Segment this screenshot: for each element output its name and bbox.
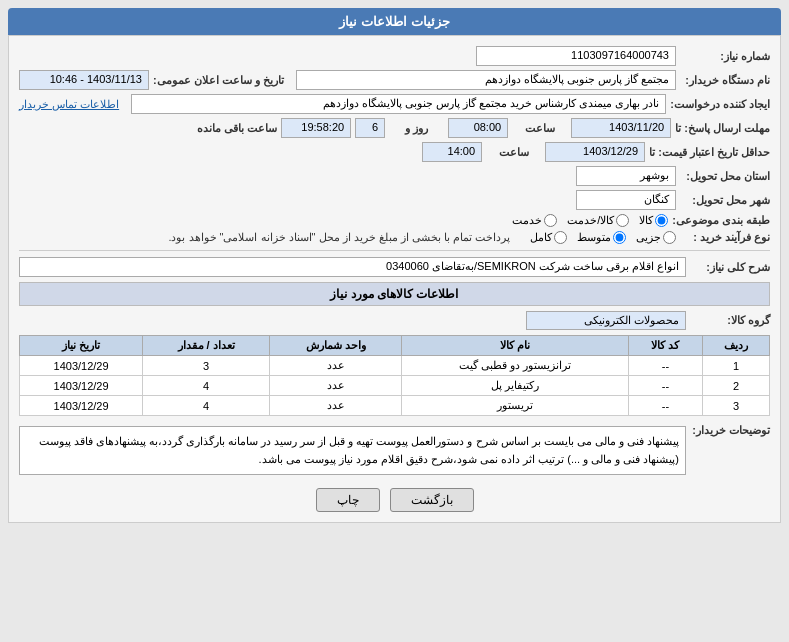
cell-unit: عدد <box>270 396 402 416</box>
cell-date: 1403/12/29 <box>20 396 143 416</box>
page-header: جزئیات اطلاعات نیاز <box>8 8 781 35</box>
ijad-konande-row: ایجاد کننده درخواست: نادر بهاری میمندی ک… <box>19 94 770 114</box>
table-row: 3 -- تریستور عدد 4 1403/12/29 <box>20 396 770 416</box>
cell-unit: عدد <box>270 376 402 396</box>
noe-farayand-radio-group: جزیی متوسط کامل <box>530 231 676 244</box>
shahr-value: کنگان <box>576 190 676 210</box>
buttons-row: بازگشت چاپ <box>19 488 770 512</box>
shomare-niaz-label: شماره نیاز: <box>680 50 770 63</box>
ettelaat-tamas-link[interactable]: اطلاعات تماس خریدار <box>19 98 119 111</box>
tabaqe-option-kala-khedmat[interactable]: کالا/خدمت <box>567 214 629 227</box>
cell-code: -- <box>628 356 702 376</box>
tabaqe-radio-group: کالا کالا/خدمت خدمت <box>512 214 668 227</box>
tarikh-ersal-saat: 08:00 <box>448 118 508 138</box>
notes-row: توضیحات خریدار: پیشنهاد فنی و مالی می با… <box>19 421 770 480</box>
ijad-konande-label: ایجاد کننده درخواست: <box>670 98 770 111</box>
cell-count: 4 <box>143 376 270 396</box>
tabaqe-option-khedmat[interactable]: خدمت <box>512 214 557 227</box>
nam-dastgah-label: نام دستگاه خریدار: <box>680 74 770 87</box>
etebar-row: حداقل تاریخ اعتبار قیمت: تا 1403/12/29 س… <box>19 142 770 162</box>
tarikh-etebar-date: 1403/12/29 <box>545 142 645 162</box>
sharh-kolli-value: انواع اقلام برقی ساخت شرکت SEMIKRON/به‌ت… <box>19 257 686 277</box>
tabaqe-label: طبقه بندی موضوعی: <box>672 214 770 227</box>
kala-table: ردیف کد کالا نام کالا واحد شمارش تعداد /… <box>19 335 770 416</box>
noe-farayand-option-jozi[interactable]: جزیی <box>636 231 676 244</box>
cell-code: -- <box>628 376 702 396</box>
tabaqe-row: طبقه بندی موضوعی: کالا کالا/خدمت خدمت <box>19 214 770 227</box>
tabaqe-option-kala[interactable]: کالا <box>639 214 668 227</box>
cell-name: تریستور <box>402 396 628 416</box>
back-button[interactable]: بازگشت <box>390 488 474 512</box>
ostan-value: بوشهر <box>576 166 676 186</box>
cell-date: 1403/12/29 <box>20 376 143 396</box>
notes-box: پیشنهاد فنی و مالی می بایست بر اساس شرح … <box>19 426 686 475</box>
cell-radif: 3 <box>703 396 770 416</box>
ettelaat-kala-title: اطلاعات کالاهای مورد نیاز <box>19 282 770 306</box>
grohe-kala-label: گروه کالا: <box>690 314 770 327</box>
tarikh-ersal-date: 1403/11/20 <box>571 118 671 138</box>
cell-radif: 1 <box>703 356 770 376</box>
shahr-row: شهر محل تحویل: کنگان <box>19 190 770 210</box>
sharh-kolli-label: شرح کلی نیاز: <box>690 261 770 274</box>
tarikh-ersal-mande: 19:58:20 <box>281 118 351 138</box>
roz-label: روز و <box>389 122 444 135</box>
cell-count: 3 <box>143 356 270 376</box>
tarikh-ersal-label: مهلت ارسال پاسخ: تا <box>675 122 770 135</box>
col-name: نام کالا <box>402 336 628 356</box>
cell-name: ترانزیستور دو قطبی گیت <box>402 356 628 376</box>
cell-count: 4 <box>143 396 270 416</box>
col-date: تاریخ نیاز <box>20 336 143 356</box>
cell-code: -- <box>628 396 702 416</box>
noe-farayand-row: نوع فرآیند خرید : جزیی متوسط کامل پرداخت… <box>19 231 770 244</box>
moehlat-ersal-row: مهلت ارسال پاسخ: تا 1403/11/20 ساعت 08:0… <box>19 118 770 138</box>
page-title: جزئیات اطلاعات نیاز <box>339 14 449 29</box>
col-unit: واحد شمارش <box>270 336 402 356</box>
ostan-label: استان محل تحویل: <box>680 170 770 183</box>
shomare-niaz-row: شماره نیاز: 1103097164000743 <box>19 46 770 66</box>
ostan-row: استان محل تحویل: بوشهر <box>19 166 770 186</box>
mande-label: ساعت باقی مانده <box>197 122 277 135</box>
ijad-konande-value: نادر بهاری میمندی کارشناس خرید مجتمع گاز… <box>131 94 666 114</box>
tarikh-elan-value: 1403/11/13 - 10:46 <box>19 70 149 90</box>
page-container: جزئیات اطلاعات نیاز شماره نیاز: 11030971… <box>0 0 789 642</box>
noe-farayand-option-motavasset[interactable]: متوسط <box>577 231 626 244</box>
tarikh-etebar-label: حداقل تاریخ اعتبار قیمت: تا <box>649 146 770 159</box>
table-header-row: ردیف کد کالا نام کالا واحد شمارش تعداد /… <box>20 336 770 356</box>
nam-dastgah-value: مجتمع گاز پارس جنوبی پالایشگاه دوازدهم <box>296 70 676 90</box>
table-row: 1 -- ترانزیستور دو قطبی گیت عدد 3 1403/1… <box>20 356 770 376</box>
kala-table-section: ردیف کد کالا نام کالا واحد شمارش تعداد /… <box>19 335 770 416</box>
tarikh-elan-label: تاریخ و ساعت اعلان عمومی: <box>153 74 284 87</box>
tarikh-etebar-saat: 14:00 <box>422 142 482 162</box>
col-radif: ردیف <box>703 336 770 356</box>
col-code: کد کالا <box>628 336 702 356</box>
cell-name: رکتیفایر پل <box>402 376 628 396</box>
tarikh-elan-row: نام دستگاه خریدار: مجتمع گاز پارس جنوبی … <box>19 70 770 90</box>
noe-farayand-note: پرداخت تمام با بخشی از مبلغ خرید از محل … <box>168 231 510 244</box>
cell-unit: عدد <box>270 356 402 376</box>
cell-date: 1403/12/29 <box>20 356 143 376</box>
main-content: شماره نیاز: 1103097164000743 نام دستگاه … <box>8 35 781 523</box>
noe-farayand-label: نوع فرآیند خرید : <box>680 231 770 244</box>
print-button[interactable]: چاپ <box>316 488 380 512</box>
cell-radif: 2 <box>703 376 770 396</box>
table-row: 2 -- رکتیفایر پل عدد 4 1403/12/29 <box>20 376 770 396</box>
saat-label1: ساعت <box>512 122 567 135</box>
kala-table-body: 1 -- ترانزیستور دو قطبی گیت عدد 3 1403/1… <box>20 356 770 416</box>
tarikh-ersal-roz: 6 <box>355 118 385 138</box>
saat-label2: ساعت <box>486 146 541 159</box>
sharh-kolli-row: شرح کلی نیاز: انواع اقلام برقی ساخت شرکت… <box>19 257 770 277</box>
notes-label: توضیحات خریدار: <box>690 421 770 437</box>
shahr-label: شهر محل تحویل: <box>680 194 770 207</box>
col-count: تعداد / مقدار <box>143 336 270 356</box>
shomare-niaz-value: 1103097164000743 <box>476 46 676 66</box>
grohe-kala-row: گروه کالا: محصولات الکترونیکی <box>19 311 770 330</box>
grohe-kala-value: محصولات الکترونیکی <box>526 311 686 330</box>
noe-farayand-option-kamel[interactable]: کامل <box>530 231 567 244</box>
